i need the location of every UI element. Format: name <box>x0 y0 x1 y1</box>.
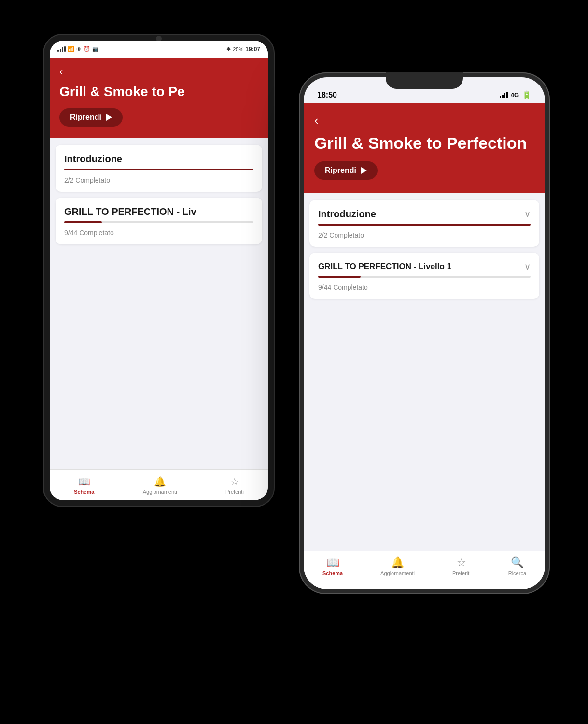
iphone-notch <box>386 72 463 89</box>
iphone-progress-fill-1 <box>318 224 531 226</box>
iphone-section-card-1: Introduzione ∨ 2/2 Completato <box>309 200 539 247</box>
android-tab-schema[interactable]: 📖 Schema <box>68 472 100 498</box>
android-tab-preferiti[interactable]: ☆ Preferiti <box>220 472 250 498</box>
iphone-tab-preferiti-label: Preferiti <box>452 570 471 576</box>
android-course-title: Grill & Smoke to Pe <box>59 84 258 99</box>
iphone-completed-2: 9/44 Completato <box>318 284 531 291</box>
iphone-resume-button[interactable]: Riprendi <box>314 161 378 180</box>
android-section-card-1: Introduzione 2/2 Completato <box>56 145 262 192</box>
iphone-chevron-2: ∨ <box>524 261 531 272</box>
android-schema-icon: 📖 <box>78 476 90 487</box>
android-section-title-2: GRILL TO PERFECTION - Liv <box>64 206 196 217</box>
iphone-schema-icon: 📖 <box>326 556 339 569</box>
android-tab-aggiornamenti[interactable]: 🔔 Aggiornamenti <box>137 472 183 498</box>
iphone-content-area: Introduzione ∨ 2/2 Completato GRILL TO P… <box>304 193 545 551</box>
iphone-header: ‹ Grill & Smoke to Perfection Riprendi <box>304 103 545 193</box>
iphone-course-title: Grill & Smoke to Perfection <box>314 134 534 153</box>
android-tab-schema-label: Schema <box>74 489 94 495</box>
android-tab-preferiti-label: Preferiti <box>225 489 244 495</box>
android-header: ‹ Grill & Smoke to Pe Riprendi <box>50 58 268 138</box>
android-resume-label: Riprendi <box>70 113 101 122</box>
iphone-network-label: 4G <box>511 91 519 99</box>
android-status-right: ✱ 25% 19:07 <box>226 46 260 53</box>
android-progress-bg-2 <box>64 221 253 223</box>
iphone-time: 18:50 <box>317 91 337 99</box>
iphone-battery-icon: 🔋 <box>522 90 532 99</box>
iphone-section-card-2: GRILL TO PERFECTION - Livello 1 ∨ 9/44 C… <box>309 253 539 299</box>
iphone-progress-fill-2 <box>318 276 361 278</box>
android-section-header-1: Introduzione <box>64 154 253 165</box>
scene: 📶 👁 ⏰ 📷 ✱ 25% 19:07 ‹ <box>28 24 560 700</box>
iphone-tab-aggiornamenti-label: Aggiornamenti <box>380 570 415 576</box>
android-progress-fill-2 <box>64 221 102 223</box>
iphone-tab-schema-label: Schema <box>322 570 343 576</box>
android-play-icon <box>106 114 112 121</box>
android-completed-1: 2/2 Completato <box>64 176 253 184</box>
iphone-star-icon: ☆ <box>457 556 466 569</box>
iphone-tab-bar: 📖 Schema 🔔 Aggiornamenti ☆ Preferiti 🔍 R… <box>304 551 545 589</box>
android-tab-bar: 📖 Schema 🔔 Aggiornamenti ☆ Preferiti <box>50 469 268 500</box>
android-section-card-2: GRILL TO PERFECTION - Liv 9/44 Completat… <box>56 198 262 244</box>
iphone-section-header-1[interactable]: Introduzione ∨ <box>318 209 531 220</box>
battery-text: 25% <box>233 46 243 52</box>
iphone-tab-schema[interactable]: 📖 Schema <box>317 553 349 580</box>
iphone-back-button[interactable]: ‹ <box>314 113 534 128</box>
iphone-search-icon: 🔍 <box>511 556 524 569</box>
android-section-title-1: Introduzione <box>64 154 122 165</box>
iphone-signal-icon <box>500 92 508 98</box>
iphone-section-title-1: Introduzione <box>318 209 376 220</box>
android-resume-button[interactable]: Riprendi <box>59 108 123 127</box>
wifi-icon: 📶 <box>68 46 74 52</box>
iphone-status-right: 4G 🔋 <box>500 90 532 99</box>
android-bell-icon: 🔔 <box>154 476 166 487</box>
android-status-bar: 📶 👁 ⏰ 📷 ✱ 25% 19:07 <box>50 41 268 58</box>
android-completed-2: 9/44 Completato <box>64 229 253 237</box>
signal-icon <box>57 46 66 52</box>
bluetooth-icon: ✱ <box>226 46 231 52</box>
iphone-tab-ricerca-label: Ricerca <box>508 570 526 576</box>
android-progress-fill-1 <box>64 169 253 170</box>
iphone-section-header-2[interactable]: GRILL TO PERFECTION - Livello 1 ∨ <box>318 261 531 272</box>
android-tab-aggiornamenti-label: Aggiornamenti <box>143 489 177 495</box>
android-section-header-2: GRILL TO PERFECTION - Liv <box>64 206 253 217</box>
android-progress-bg-1 <box>64 169 253 170</box>
iphone-play-icon <box>361 167 367 174</box>
iphone-tab-aggiornamenti[interactable]: 🔔 Aggiornamenti <box>375 553 420 580</box>
iphone: 18:50 4G 🔋 ‹ Grill <box>299 72 550 594</box>
eye-icon: 👁 <box>76 46 82 52</box>
android-star-icon: ☆ <box>230 476 239 487</box>
iphone-bell-icon: 🔔 <box>391 556 404 569</box>
iphone-completed-1: 2/2 Completato <box>318 231 531 239</box>
iphone-progress-bg-2 <box>318 276 531 278</box>
camera-icon: 📷 <box>92 46 99 52</box>
iphone-tab-ricerca[interactable]: 🔍 Ricerca <box>503 553 532 580</box>
clock-icon: ⏰ <box>84 46 90 52</box>
android-phone: 📶 👁 ⏰ 📷 ✱ 25% 19:07 ‹ <box>43 34 275 507</box>
iphone-section-title-2: GRILL TO PERFECTION - Livello 1 <box>318 262 451 271</box>
android-content-area: Introduzione 2/2 Completato GRILL TO PER… <box>50 138 268 469</box>
iphone-progress-bg-1 <box>318 224 531 226</box>
android-back-button[interactable]: ‹ <box>59 66 258 78</box>
iphone-tab-preferiti[interactable]: ☆ Preferiti <box>447 553 476 580</box>
iphone-chevron-1: ∨ <box>524 209 531 219</box>
android-time: 19:07 <box>245 46 260 53</box>
iphone-resume-label: Riprendi <box>325 166 356 175</box>
android-status-left: 📶 👁 ⏰ 📷 <box>57 46 99 52</box>
